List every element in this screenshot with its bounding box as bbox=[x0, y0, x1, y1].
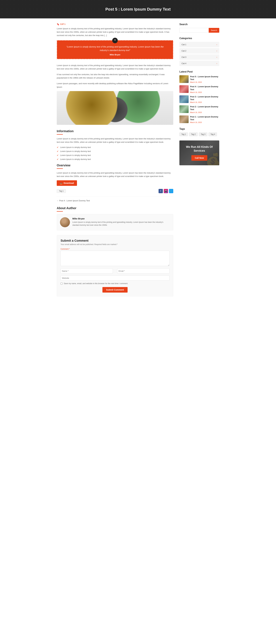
list-item[interactable]: Post 3 : Lorem Ipsum Dummy Text March 16… bbox=[180, 95, 219, 103]
post-info: Post 1 : Lorem Ipsum Dummy Text March 16… bbox=[190, 116, 219, 123]
search-row: Search bbox=[180, 28, 219, 33]
chevron-right-icon: › bbox=[216, 56, 217, 58]
sidebar-latest-section: Latest Post Post 5 : Lorem Ipsum Dummy T… bbox=[180, 70, 219, 123]
sidebar-search-section: Search Search bbox=[180, 23, 219, 33]
about-author-underline bbox=[57, 211, 63, 212]
sidebar-search-title: Search bbox=[180, 23, 219, 26]
post-info: Post 3 : Lorem Ipsum Dummy Text March 16… bbox=[190, 95, 219, 103]
instagram-icon[interactable]: 📷 bbox=[164, 189, 168, 193]
comment-label: Comment * bbox=[60, 248, 170, 250]
author-box: Mike Bryan Lorem Ipsum is simply dummy t… bbox=[57, 214, 173, 230]
list-item: ✓ Lorem Ipsum is simply dummy text bbox=[57, 146, 173, 148]
save-info-label: Save my name, email, and website in this… bbox=[64, 282, 128, 284]
post-thumbnail bbox=[180, 105, 188, 113]
name-field[interactable] bbox=[60, 268, 113, 274]
list-item[interactable]: Post 5 : Lorem Ipsum Dummy Text March 16… bbox=[180, 75, 219, 83]
sidebar-item-cat1[interactable]: Cat 1 › bbox=[180, 42, 219, 47]
prev-post-link[interactable]: ← Post 4 : Lorem Ipsum Dummy Text bbox=[57, 200, 173, 202]
checklist: ✓ Lorem Ipsum is simply dummy text ✓ Lor… bbox=[57, 146, 173, 160]
author-bio: Lorem Ipsum is simply dummy text of the … bbox=[72, 221, 170, 227]
tag-pill[interactable]: Tag 4 bbox=[208, 132, 217, 136]
sidebar-item-cat4[interactable]: Cat 4 › bbox=[180, 61, 219, 66]
information-title: Information bbox=[57, 130, 173, 133]
post-thumbnail bbox=[180, 85, 188, 93]
overview-underline bbox=[57, 168, 63, 169]
sidebar-item-cat3[interactable]: Cat 3 › bbox=[180, 54, 219, 60]
list-item[interactable]: Post 2 : Lorem Ipsum Dummy Text March 16… bbox=[180, 105, 219, 113]
hero-title: Post 5 : Lorem Ipsum Dummy Text bbox=[105, 7, 171, 12]
tag-pill[interactable]: Tag 1 bbox=[180, 132, 188, 136]
quote-icon: ❝ bbox=[112, 38, 118, 43]
tags-row: Tag 1 Tag 2 Tag 3 Tag 4 bbox=[180, 132, 219, 136]
website-field[interactable] bbox=[60, 276, 170, 280]
list-item[interactable]: Post 1 : Lorem Ipsum Dummy Text March 16… bbox=[180, 116, 219, 123]
post-image bbox=[57, 91, 173, 125]
sidebar-categories-title: Categories bbox=[180, 37, 219, 40]
check-icon: ✓ bbox=[57, 150, 58, 152]
search-button[interactable]: Search bbox=[209, 28, 219, 33]
information-underline bbox=[57, 134, 63, 135]
facebook-icon[interactable]: f bbox=[158, 189, 163, 193]
list-item: ✓ Lorem Ipsum is simply dummy text bbox=[57, 154, 173, 156]
sidebar-item-cat2[interactable]: Cat 2 › bbox=[180, 48, 219, 54]
check-icon: ✓ bbox=[57, 146, 58, 148]
post-thumbnail bbox=[180, 116, 188, 123]
comment-input[interactable] bbox=[60, 251, 170, 266]
tag-pill[interactable]: Tag 2 bbox=[189, 132, 198, 136]
avatar bbox=[60, 217, 70, 227]
post-tag[interactable]: Tag 1 bbox=[57, 189, 66, 193]
sidebar: Search Search Categories Cat 1 › Cat 2 ›… bbox=[180, 23, 219, 296]
cta-button[interactable]: Call Now bbox=[191, 155, 207, 161]
submit-comment-button[interactable]: Submit Comment bbox=[102, 287, 128, 292]
check-icon: ✓ bbox=[57, 158, 58, 160]
body-para-3: Lorem Ipsum passages, and more recently … bbox=[57, 82, 173, 89]
hero-section: Post 5 : Lorem Ipsum Dummy Text bbox=[0, 0, 276, 18]
author-info: Mike Bryan Lorem Ipsum is simply dummy t… bbox=[72, 217, 170, 227]
search-input[interactable] bbox=[180, 28, 209, 33]
comment-form-title: Submit a Comment bbox=[60, 239, 170, 242]
chevron-right-icon: › bbox=[216, 50, 217, 52]
cta-title: We Run All Kinds Of Services bbox=[182, 145, 216, 153]
overview-text: Lorem Ipsum is simply dummy text of the … bbox=[57, 171, 173, 178]
download-button[interactable]: 📥 Download bbox=[57, 180, 77, 186]
quote-author: Mike Bryan bbox=[62, 54, 168, 56]
page-container: 🔖 CAT 1 Lorem Ipsum is simply dummy text… bbox=[54, 18, 222, 301]
download-icon: 📥 bbox=[60, 182, 62, 184]
post-thumbnail bbox=[180, 75, 188, 83]
overview-title: Overview bbox=[57, 164, 173, 167]
quote-text: "Lorem Ipsum is simply dummy text of the… bbox=[62, 45, 168, 52]
check-icon: ✓ bbox=[57, 154, 58, 156]
chevron-right-icon: › bbox=[216, 62, 217, 64]
list-item[interactable]: Post 4 : Lorem Ipsum Dummy Text March 16… bbox=[180, 85, 219, 93]
post-thumbnail bbox=[180, 95, 188, 103]
post-info: Post 4 : Lorem Ipsum Dummy Text March 16… bbox=[190, 85, 219, 93]
chevron-right-icon: › bbox=[216, 44, 217, 46]
sidebar-latest-title: Latest Post bbox=[180, 70, 219, 73]
cta-box: 💰 We Run All Kinds Of Services Call Now bbox=[180, 140, 219, 165]
save-info-checkbox[interactable] bbox=[60, 282, 62, 284]
avatar-image bbox=[60, 217, 70, 227]
post-info: Post 5 : Lorem Ipsum Dummy Text March 16… bbox=[190, 75, 219, 83]
social-icons: f 📷 🐦 bbox=[158, 189, 173, 193]
body-para-2: It has survived not only five centuries,… bbox=[57, 73, 173, 80]
twitter-icon[interactable]: 🐦 bbox=[169, 189, 173, 193]
tags-social-row: Tag 1 f 📷 🐦 bbox=[57, 189, 173, 196]
information-text: Lorem Ipsum is simply dummy text of the … bbox=[57, 137, 173, 144]
main-content: 🔖 CAT 1 Lorem Ipsum is simply dummy text… bbox=[57, 23, 173, 296]
category-label: 🔖 CAT 1 bbox=[57, 23, 173, 26]
name-email-row bbox=[60, 268, 170, 274]
post-info: Post 2 : Lorem Ipsum Dummy Text March 16… bbox=[190, 105, 219, 113]
comment-form: Submit a Comment Your email address will… bbox=[57, 235, 173, 296]
body-para-1: Lorem Ipsum is simply dummy text of the … bbox=[57, 64, 173, 70]
about-author-title: About Author bbox=[57, 206, 173, 210]
sidebar-tags-section: Tags Tag 1 Tag 2 Tag 3 Tag 4 bbox=[180, 128, 219, 136]
sidebar-tags-title: Tags bbox=[180, 128, 219, 130]
email-field[interactable] bbox=[117, 268, 170, 274]
sidebar-categories-section: Categories Cat 1 › Cat 2 › Cat 3 › Cat 4… bbox=[180, 37, 219, 66]
cta-bg-icon: 💰 bbox=[206, 152, 219, 165]
list-item: ✓ Lorem Ipsum is simply dummy text bbox=[57, 158, 173, 160]
save-info-row: Save my name, email, and website in this… bbox=[60, 282, 170, 284]
list-item: ✓ Lorem Ipsum is simply dummy text bbox=[57, 150, 173, 152]
tag-pill[interactable]: Tag 3 bbox=[199, 132, 207, 136]
author-name: Mike Bryan bbox=[72, 217, 170, 220]
